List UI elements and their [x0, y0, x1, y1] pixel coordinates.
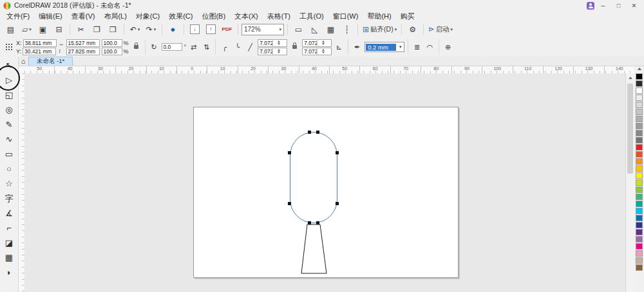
parallel-dimension-tool[interactable]: ∡	[1, 206, 17, 221]
color-swatch-27[interactable]	[636, 264, 643, 271]
fullscreen-preview-button[interactable]: ▭	[291, 23, 306, 35]
menu-item-4[interactable]: 对象(C)	[131, 12, 164, 21]
object-width-field[interactable]: 15.527 mm	[66, 39, 100, 47]
stepper[interactable]	[272, 48, 286, 55]
menu-item-6[interactable]: 位图(B)	[197, 12, 230, 21]
stepper[interactable]	[272, 39, 286, 46]
corner-radius-bottom-right-field[interactable]: 7.072 mm	[302, 48, 332, 55]
color-swatch-24[interactable]	[636, 243, 643, 250]
application-launcher-button[interactable]: ⊳启动▾	[427, 23, 454, 35]
save-button[interactable]: ▣	[35, 23, 50, 35]
scroll-up-button[interactable]	[626, 73, 634, 82]
zoom-level-combobox[interactable]: 172%▾	[242, 24, 284, 35]
dropdown-arrow-icon[interactable]: ▾	[279, 27, 281, 32]
home-icon[interactable]: ⌂	[18, 57, 28, 66]
color-swatch-13[interactable]	[636, 165, 643, 172]
undo-button[interactable]: ↶▾	[128, 23, 142, 35]
menu-item-7[interactable]: 文本(X)	[230, 12, 263, 21]
scale-vertical-field[interactable]: 100.0	[102, 48, 122, 55]
color-swatch-12[interactable]	[636, 158, 643, 165]
rectangle-tool[interactable]: ▭	[1, 147, 17, 161]
edit-corners-together-button[interactable]	[289, 42, 300, 53]
object-height-field[interactable]: 27.825 mm	[66, 48, 100, 55]
snap-to-button[interactable]: ⊞贴齐(D)▾	[361, 23, 398, 35]
color-swatch-16[interactable]	[636, 187, 643, 193]
pick-tool[interactable]: ↖	[1, 58, 17, 73]
color-swatch-23[interactable]	[636, 236, 643, 242]
artistic-media-tool[interactable]: ∿	[1, 132, 17, 147]
polygon-tool[interactable]: ☆	[1, 176, 17, 191]
color-swatch-6[interactable]	[636, 116, 643, 122]
shape-node[interactable]	[336, 202, 339, 205]
color-swatch-15[interactable]	[636, 179, 643, 186]
drop-shadow-tool[interactable]: ◪	[1, 235, 17, 250]
rotation-angle-field[interactable]: 0.0	[162, 43, 182, 51]
redo-button[interactable]: ↷▾	[144, 23, 158, 35]
dropdown-arrow-icon[interactable]: ▾	[138, 27, 140, 32]
shape-node[interactable]	[288, 151, 291, 154]
color-swatch-22[interactable]	[636, 229, 643, 235]
show-guidelines-button[interactable]: ┆	[339, 23, 354, 35]
chamfered-corner-button[interactable]: ╱	[245, 42, 256, 53]
maximize-button[interactable]: □	[612, 1, 625, 10]
scale-horizontal-field[interactable]: 100.0	[102, 39, 122, 47]
menu-item-1[interactable]: 编辑(E)	[34, 12, 67, 21]
x-position-field[interactable]: 38.811 mm	[23, 39, 57, 47]
new-document-button[interactable]: ▤	[3, 23, 18, 35]
color-swatch-9[interactable]	[636, 137, 643, 143]
scalloped-corner-button[interactable]: ╰	[232, 42, 243, 53]
dropdown-arrow-icon[interactable]: ▾	[154, 27, 156, 32]
dropdown-arrow-icon[interactable]: ▾	[397, 44, 404, 50]
lock-ratio-button[interactable]	[131, 42, 142, 53]
relative-corner-scaling-button[interactable]: ⊾	[334, 42, 345, 53]
transparency-tool[interactable]: ▦	[1, 250, 17, 265]
color-swatch-8[interactable]	[636, 130, 643, 136]
export-button[interactable]: ↑	[204, 23, 218, 35]
color-swatch-21[interactable]	[636, 222, 643, 228]
color-swatch-2[interactable]	[636, 87, 643, 94]
open-button[interactable]: ▱▾	[19, 23, 34, 35]
color-swatch-26[interactable]	[636, 257, 643, 264]
text-tool[interactable]: 字	[1, 191, 17, 206]
corner-radius-bottom-left-field[interactable]: 7.072 mm	[258, 48, 287, 55]
quick-customize-button[interactable]: ⊕	[442, 42, 453, 53]
close-button[interactable]: ✕	[627, 1, 641, 10]
color-swatch-4[interactable]	[636, 102, 643, 108]
menu-item-11[interactable]: 帮助(H)	[363, 12, 395, 21]
color-eyedropper-tool[interactable]: ◗	[1, 265, 17, 280]
ellipse-tool[interactable]: ○	[1, 161, 17, 176]
show-rulers-button[interactable]: ◺	[307, 23, 322, 35]
paste-button[interactable]: ❒	[106, 23, 120, 35]
round-corner-button[interactable]: ╭	[219, 42, 230, 53]
outline-width-combobox[interactable]: 0.2 mm ▾	[365, 42, 404, 52]
search-content-button[interactable]: ●	[166, 23, 180, 35]
menu-item-10[interactable]: 窗口(W)	[328, 12, 363, 21]
color-swatch-18[interactable]	[636, 201, 643, 207]
color-swatch-19[interactable]	[636, 208, 643, 214]
publish-pdf-button[interactable]: PDF	[220, 23, 234, 35]
corner-radius-top-right-field[interactable]: 7.072 mm	[302, 39, 332, 47]
color-swatch-0[interactable]	[636, 73, 643, 80]
stepper[interactable]	[317, 39, 330, 46]
wrap-paragraph-text-button[interactable]: ≣	[412, 42, 422, 53]
stepper[interactable]	[317, 48, 330, 55]
menu-item-5[interactable]: 效果(C)	[164, 12, 197, 21]
color-swatch-14[interactable]	[636, 172, 643, 179]
shape-node[interactable]	[288, 202, 291, 205]
color-swatch-17[interactable]	[636, 194, 643, 200]
connector-tool[interactable]: ⌐	[1, 221, 17, 235]
dropdown-arrow-icon[interactable]: ▾	[450, 27, 453, 32]
menu-item-3[interactable]: 布局(L)	[99, 12, 131, 21]
show-grid-button[interactable]: ▦	[323, 23, 338, 35]
mirror-horizontal-button[interactable]: ⇄	[188, 42, 199, 53]
trapezoid-shape[interactable]	[298, 221, 330, 277]
freehand-tool[interactable]: ✎	[1, 117, 17, 132]
color-swatch-7[interactable]	[636, 123, 643, 129]
menu-item-9[interactable]: 工具(O)	[295, 12, 328, 21]
options-button[interactable]: ⚙	[405, 23, 420, 35]
color-swatch-20[interactable]	[636, 215, 643, 221]
menu-item-12[interactable]: 购买	[396, 12, 419, 21]
minimize-button[interactable]: ─	[596, 1, 610, 10]
import-button[interactable]: ↓	[187, 23, 202, 35]
crop-tool[interactable]: ◱	[1, 87, 17, 102]
